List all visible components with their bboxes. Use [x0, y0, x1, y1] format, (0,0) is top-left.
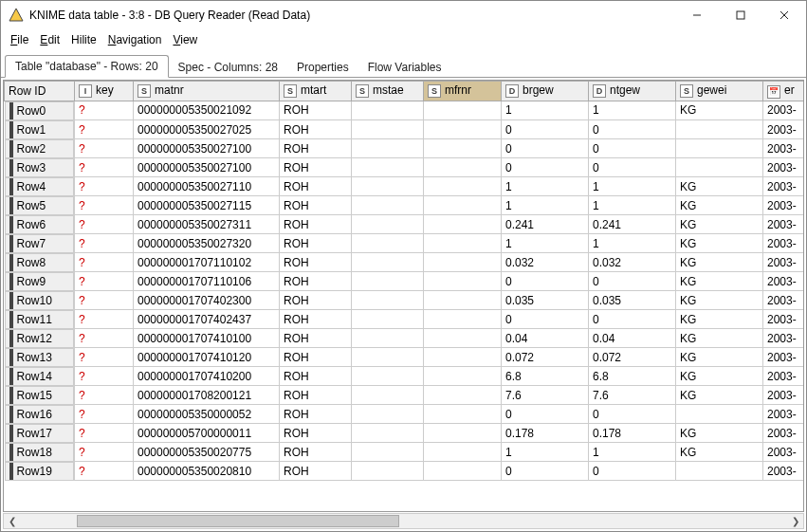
row-id-cell[interactable]: Row10 — [5, 291, 75, 310]
svg-rect-2 — [737, 11, 744, 19]
cell-gewei: KG — [676, 348, 763, 367]
menu-view[interactable]: View — [169, 31, 201, 48]
cell-key: ? — [75, 215, 134, 234]
col-ntgew[interactable]: Dntgew — [589, 82, 676, 101]
table-row[interactable]: Row8?000000001707110102ROH0.0320.032KG20… — [5, 253, 805, 272]
table-row[interactable]: Row19?000000005350020810ROH002003- — [5, 462, 805, 481]
table-row[interactable]: Row12?000000001707410100ROH0.040.04KG200… — [5, 329, 805, 348]
cell-er: 2003- — [763, 196, 805, 215]
row-id-cell[interactable]: Row19 — [5, 462, 75, 481]
row-id-cell[interactable]: Row12 — [5, 329, 75, 348]
menu-navigation[interactable]: Navigation — [104, 31, 166, 48]
col-mstae[interactable]: Smstae — [352, 82, 424, 101]
horizontal-scrollbar[interactable]: ❮ ❯ — [3, 513, 804, 529]
cell-er: 2003- — [763, 424, 805, 443]
cell-ntgew: 0.178 — [589, 424, 676, 443]
table-row[interactable]: Row7?000000005350027320ROH11KG2003- — [5, 234, 805, 253]
cell-key: ? — [75, 367, 134, 386]
cell-mstae — [352, 139, 424, 158]
table-row[interactable]: Row6?000000005350027311ROH0.2410.241KG20… — [5, 215, 805, 234]
tab-flowvars[interactable]: Flow Variables — [358, 57, 451, 78]
table-row[interactable]: Row17?000000005700000011ROH0.1780.178KG2… — [5, 424, 805, 443]
cell-brgew: 0 — [502, 272, 589, 291]
cell-key: ? — [75, 348, 134, 367]
table-row[interactable]: Row18?000000005350020775ROH11KG2003- — [5, 443, 805, 462]
row-id-cell[interactable]: Row18 — [5, 443, 75, 462]
table-row[interactable]: Row3?000000005350027100ROH002003- — [5, 158, 805, 177]
cell-er: 2003- — [763, 120, 805, 139]
col-rowid[interactable]: Row ID — [5, 82, 75, 101]
table-row[interactable]: Row5?000000005350027115ROH11KG2003- — [5, 196, 805, 215]
row-id-cell[interactable]: Row1 — [5, 120, 75, 139]
cell-brgew: 1 — [502, 177, 589, 196]
menu-edit[interactable]: Edit — [36, 31, 64, 48]
table-row[interactable]: Row15?000000001708200121ROH7.67.6KG2003- — [5, 386, 805, 405]
row-id-cell[interactable]: Row9 — [5, 272, 75, 291]
menubar: File Edit Hilite Navigation View — [1, 29, 806, 50]
table-row[interactable]: Row10?000000001707402300ROH0.0350.035KG2… — [5, 291, 805, 310]
table-row[interactable]: Row4?000000005350027110ROH11KG2003- — [5, 177, 805, 196]
minimize-button[interactable] — [675, 1, 719, 29]
row-id-cell[interactable]: Row6 — [5, 215, 75, 234]
col-gewei[interactable]: Sgewei — [676, 82, 763, 101]
cell-er: 2003- — [763, 462, 805, 481]
maximize-button[interactable] — [719, 1, 762, 29]
row-id-cell[interactable]: Row17 — [5, 424, 75, 443]
table-row[interactable]: Row2?000000005350027100ROH002003- — [5, 139, 805, 158]
row-id-cell[interactable]: Row16 — [5, 405, 75, 424]
table-row[interactable]: Row11?000000001707402437ROH00KG2003- — [5, 310, 805, 329]
cell-brgew: 0.035 — [502, 291, 589, 310]
cell-mtart: ROH — [280, 177, 352, 196]
row-id-cell[interactable]: Row8 — [5, 253, 75, 272]
scroll-track[interactable] — [20, 514, 787, 528]
table-row[interactable]: Row1?000000005350027025ROH002003- — [5, 120, 805, 139]
table-row[interactable]: Row0?000000005350021092ROH11KG2003- — [5, 101, 805, 120]
cell-ntgew: 0.032 — [589, 253, 676, 272]
table-row[interactable]: Row9?000000001707110106ROH00KG2003- — [5, 272, 805, 291]
cell-key: ? — [75, 386, 134, 405]
col-mfrnr[interactable]: Smfrnr — [424, 82, 502, 101]
tab-properties[interactable]: Properties — [287, 57, 358, 78]
menu-file[interactable]: File — [7, 31, 32, 48]
cell-gewei — [676, 120, 763, 139]
cell-er: 2003- — [763, 272, 805, 291]
scroll-right-arrow[interactable]: ❯ — [787, 514, 803, 528]
data-table: Row ID Ikey Smatnr Smtart Smstae Smfrnr … — [4, 81, 804, 481]
cell-gewei: KG — [676, 329, 763, 348]
cell-ntgew: 0 — [589, 310, 676, 329]
cell-matnr: 000000005350027115 — [134, 196, 280, 215]
tab-table[interactable]: Table "database" - Rows: 20 — [5, 55, 169, 78]
row-id-cell[interactable]: Row5 — [5, 196, 75, 215]
cell-gewei: KG — [676, 424, 763, 443]
row-id-cell[interactable]: Row14 — [5, 367, 75, 386]
cell-mfrnr — [424, 196, 502, 215]
row-id-cell[interactable]: Row2 — [5, 139, 75, 158]
col-key[interactable]: Ikey — [75, 82, 134, 101]
cell-gewei: KG — [676, 196, 763, 215]
col-brgew[interactable]: Dbrgew — [502, 82, 589, 101]
cell-gewei: KG — [676, 215, 763, 234]
row-id-cell[interactable]: Row15 — [5, 386, 75, 405]
table-row[interactable]: Row16?000000005350000052ROH002003- — [5, 405, 805, 424]
tab-spec[interactable]: Spec - Columns: 28 — [169, 57, 287, 78]
row-id-cell[interactable]: Row13 — [5, 348, 75, 367]
table-body: Row0?000000005350021092ROH11KG2003-Row1?… — [5, 101, 805, 481]
row-id-cell[interactable]: Row0 — [5, 101, 75, 120]
table-row[interactable]: Row14?000000001707410200ROH6.86.8KG2003- — [5, 367, 805, 386]
close-button[interactable] — [762, 1, 806, 29]
cell-mtart: ROH — [280, 310, 352, 329]
row-id-cell[interactable]: Row4 — [5, 177, 75, 196]
cell-gewei — [676, 405, 763, 424]
cell-matnr: 000000005350027320 — [134, 234, 280, 253]
table-row[interactable]: Row13?000000001707410120ROH0.0720.072KG2… — [5, 348, 805, 367]
scroll-left-arrow[interactable]: ❮ — [4, 514, 20, 528]
col-matnr[interactable]: Smatnr — [134, 82, 280, 101]
row-id-cell[interactable]: Row11 — [5, 310, 75, 329]
col-er[interactable]: 📅er — [763, 82, 805, 101]
menu-hilite[interactable]: Hilite — [67, 31, 101, 48]
row-id-cell[interactable]: Row7 — [5, 234, 75, 253]
col-mtart[interactable]: Smtart — [280, 82, 352, 101]
cell-er: 2003- — [763, 348, 805, 367]
row-id-cell[interactable]: Row3 — [5, 158, 75, 177]
scroll-thumb[interactable] — [77, 515, 399, 527]
